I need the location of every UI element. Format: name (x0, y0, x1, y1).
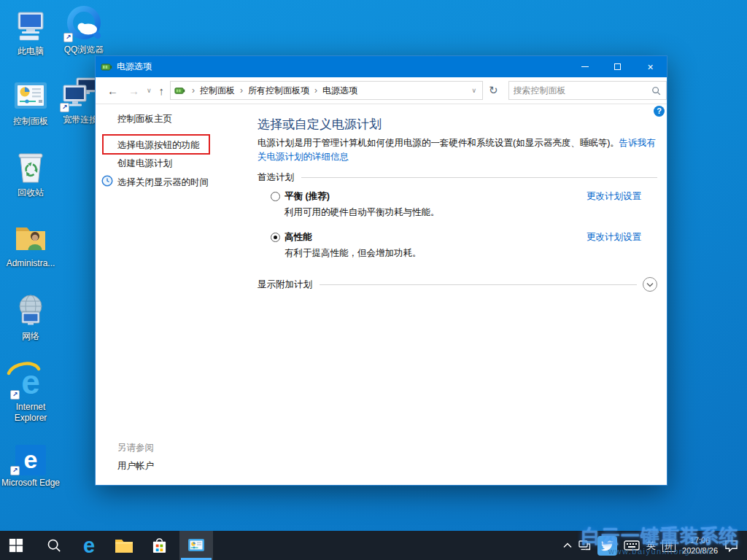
crumb-separator: › (314, 85, 317, 96)
search-icon (47, 538, 61, 553)
sidebar-item-user-accounts[interactable]: 用户帐户 (117, 460, 154, 472)
breadcrumb-all-items[interactable]: 所有控制面板项 (248, 85, 309, 97)
page-title: 选择或自定义电源计划 (258, 116, 382, 133)
plan-description: 有利于提高性能，但会增加功耗。 (285, 247, 422, 260)
taskbar-file-explorer-button[interactable] (108, 531, 140, 560)
sidebar-item-power-button-function[interactable]: 选择电源按钮的功能 (117, 139, 200, 152)
shortcut-arrow-icon: ↗ (10, 390, 20, 400)
desktop-icon-label: 回收站 (0, 187, 61, 198)
desktop: 此电脑 ↗ QQ浏览器 控制面板 ↗ 宽带连接 回收站 Administra..… (0, 0, 747, 560)
desktop-icon-label: 此电脑 (0, 46, 61, 57)
crumb-separator: › (192, 85, 195, 96)
user-folder-icon (0, 218, 61, 256)
up-button[interactable]: ↑ (159, 85, 165, 97)
preferred-plans-section: 首选计划 (258, 171, 657, 184)
breadcrumb[interactable]: › 控制面板 › 所有控制面板项 › 电源选项 ∨ (170, 81, 483, 100)
help-button[interactable]: ? (654, 106, 665, 117)
taskbar: e 英 拼 17:06 (0, 531, 747, 560)
desktop-icon-qq-browser[interactable]: ↗ QQ浏览器 (53, 4, 115, 55)
power-options-window: 电源选项 × ← → ∨ ↑ › 控制面板 › 所有控制面板项 › 电源选项 (95, 55, 667, 486)
clock-date: 2020/8/26 (682, 545, 718, 556)
desktop-icon-admin-folder[interactable]: Administra... (0, 218, 61, 269)
taskbar-search-button[interactable] (38, 531, 70, 560)
close-icon: × (647, 62, 653, 72)
recent-pages-dropdown[interactable]: ∨ (147, 87, 152, 94)
system-tray: 英 拼 17:06 2020/8/26 (563, 531, 747, 560)
window-title: 电源选项 (117, 61, 152, 73)
plan-name: 平衡 (推荐) (285, 190, 330, 203)
divider-line (301, 177, 657, 178)
desktop-icon-label: Microsoft Edge (0, 478, 61, 489)
intro-paragraph: 电源计划是用于管理计算机如何使用电源的一套硬件和系统设置(如显示器亮度、睡眠等)… (258, 136, 663, 164)
shortcut-arrow-icon: ↗ (60, 103, 69, 112)
chevron-up-icon (563, 542, 572, 548)
plan-row-high-performance: 高性能 更改计划设置 (271, 231, 641, 244)
plan-row-balanced: 平衡 (推荐) 更改计划设置 (271, 190, 641, 203)
desktop-icon-recycle-bin[interactable]: 回收站 (0, 147, 61, 198)
refresh-button[interactable]: ↻ (489, 84, 498, 97)
additional-plans-section: 显示附加计划 (258, 277, 657, 292)
plan-name: 高性能 (285, 231, 312, 244)
power-options-icon (174, 85, 185, 96)
desktop-icon-label: 网络 (0, 331, 61, 342)
back-button[interactable]: ← (107, 85, 118, 97)
desktop-icon-label: QQ浏览器 (53, 44, 115, 55)
expand-additional-plans-button[interactable] (643, 277, 657, 292)
crumb-separator: › (240, 85, 243, 96)
power-options-icon (101, 61, 112, 73)
change-plan-settings-link-high-performance[interactable]: 更改计划设置 (587, 231, 641, 244)
shortcut-arrow-icon: ↗ (10, 466, 20, 475)
taskbar-store-button[interactable] (143, 531, 175, 560)
maximize-button[interactable] (601, 56, 634, 77)
qq-browser-icon: ↗ (53, 4, 115, 42)
taskbar-control-panel-button[interactable] (179, 531, 213, 560)
breadcrumb-power-options[interactable]: 电源选项 (322, 85, 357, 97)
taskbar-edge-button[interactable]: e (73, 531, 105, 560)
maximize-icon (614, 63, 621, 70)
plan-description: 利用可用的硬件自动平衡功耗与性能。 (285, 206, 440, 219)
additional-plans-label: 显示附加计划 (258, 279, 312, 291)
desktop-icon-microsoft-edge[interactable]: e ↗ Microsoft Edge (0, 438, 61, 489)
microsoft-edge-icon: e ↗ (0, 438, 61, 475)
desktop-icon-this-pc[interactable]: 此电脑 (0, 6, 61, 57)
minimize-icon (581, 66, 589, 67)
title-bar[interactable]: 电源选项 × (96, 56, 667, 77)
radio-balanced[interactable] (271, 192, 280, 201)
minimize-button[interactable] (568, 56, 601, 77)
preferred-plans-label: 首选计划 (258, 171, 294, 184)
twitter-tray-icon[interactable] (597, 536, 617, 556)
internet-explorer-icon: e ↗ (0, 362, 61, 400)
address-dropdown-icon[interactable]: ∨ (468, 87, 479, 94)
desktop-icon-network[interactable]: 网络 (0, 291, 61, 342)
clock-time: 17:06 (682, 535, 718, 545)
desktop-icon-label: Administra... (0, 258, 61, 269)
action-center-button[interactable] (724, 540, 738, 552)
search-input[interactable] (509, 85, 646, 96)
address-bar: ← → ∨ ↑ › 控制面板 › 所有控制面板项 › 电源选项 ∨ ↻ (96, 77, 667, 104)
search-icon[interactable] (646, 86, 666, 96)
sidebar-item-display-off-time[interactable]: 选择关闭显示器的时间 (117, 176, 209, 189)
ime-language-indicator[interactable]: 英 (646, 539, 656, 552)
desktop-icon-label: Internet Explorer (0, 402, 61, 424)
intro-text: 电源计划是用于管理计算机如何使用电源的一套硬件和系统设置(如显示器亮度、睡眠等)… (258, 138, 619, 148)
clock-icon (101, 175, 113, 190)
microsoft-store-icon (152, 537, 167, 554)
ime-mode-badge[interactable]: 拼 (662, 540, 676, 552)
change-plan-settings-link-balanced[interactable]: 更改计划设置 (587, 190, 641, 203)
ie-ring-icon (6, 360, 41, 379)
taskbar-clock[interactable]: 17:06 2020/8/26 (682, 535, 718, 556)
start-button[interactable] (0, 531, 32, 560)
network-tray-icon[interactable] (578, 540, 591, 551)
search-box[interactable] (508, 81, 667, 100)
sidebar-item-control-panel-home[interactable]: 控制面板主页 (117, 113, 172, 125)
see-also-label: 另请参阅 (117, 442, 154, 454)
sidebar-item-create-power-plan[interactable]: 创建电源计划 (117, 158, 172, 170)
touch-keyboard-button[interactable] (624, 540, 640, 551)
forward-button[interactable]: → (128, 85, 139, 97)
close-button[interactable]: × (634, 56, 667, 77)
radio-high-performance[interactable] (271, 233, 280, 242)
desktop-icon-internet-explorer[interactable]: e ↗ Internet Explorer (0, 362, 61, 424)
show-hidden-icons-button[interactable] (563, 542, 572, 548)
breadcrumb-control-panel[interactable]: 控制面板 (200, 85, 235, 97)
recycle-bin-icon (0, 147, 61, 185)
